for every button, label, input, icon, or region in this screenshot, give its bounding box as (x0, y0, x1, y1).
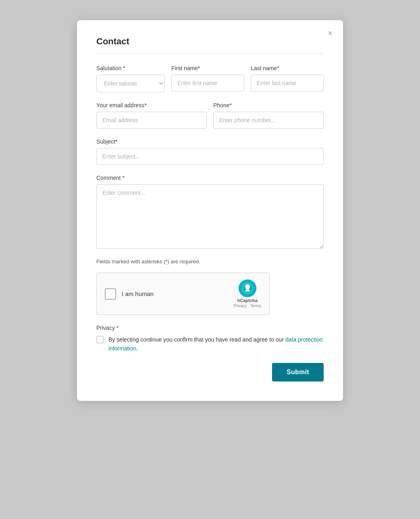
subject-label: Subject* (96, 138, 324, 145)
submit-row: Submit (96, 363, 324, 381)
privacy-label: Privacy * (96, 325, 324, 331)
contact-row: Your email address* Phone* (96, 102, 324, 129)
subject-group: Subject* (96, 138, 324, 165)
subject-input[interactable] (96, 148, 324, 165)
captcha-box: I am human hCaptcha Privacy · Terms (96, 273, 270, 315)
privacy-section: Privacy * By selecting continue you conf… (96, 325, 324, 353)
phone-input[interactable] (213, 112, 324, 129)
captcha-left: I am human (105, 288, 154, 300)
lastname-group: Last name* (251, 65, 324, 92)
captcha-checkbox[interactable] (105, 288, 116, 300)
required-note: Fields marked with asterisks (*) are req… (96, 258, 324, 265)
submit-button[interactable]: Submit (272, 363, 324, 381)
divider (96, 53, 324, 54)
comment-label: Comment * (96, 175, 324, 181)
comment-textarea[interactable] (96, 184, 324, 249)
name-row: Salutation * Enter salutati First name* … (96, 65, 324, 92)
firstname-group: First name* (171, 65, 244, 92)
privacy-text: By selecting continue you confirm that y… (108, 335, 324, 353)
lastname-label: Last name* (251, 65, 324, 71)
phone-group: Phone* (213, 102, 324, 129)
salutation-label: Salutation * (96, 65, 165, 71)
captcha-brand-label: hCaptcha (237, 298, 258, 303)
modal-overlay: × Contact Salutation * Enter salutati Fi… (0, 8, 420, 519)
firstname-input[interactable] (171, 75, 244, 92)
captcha-right: hCaptcha Privacy · Terms (234, 279, 261, 308)
firstname-label: First name* (171, 65, 244, 71)
captcha-label: I am human (122, 290, 154, 297)
salutation-select[interactable]: Enter salutati (96, 75, 165, 92)
privacy-checkbox[interactable] (96, 336, 104, 343)
phone-label: Phone* (213, 102, 324, 108)
hcaptcha-logo-icon (239, 279, 256, 297)
comment-row: Comment * (96, 175, 324, 249)
privacy-row: By selecting continue you confirm that y… (96, 335, 324, 353)
email-label: Your email address* (96, 102, 207, 108)
email-group: Your email address* (96, 102, 207, 129)
email-input[interactable] (96, 112, 207, 129)
comment-group: Comment * (96, 175, 324, 249)
contact-modal: × Contact Salutation * Enter salutati Fi… (77, 20, 343, 401)
close-button[interactable]: × (325, 27, 335, 39)
lastname-input[interactable] (251, 75, 324, 92)
captcha-links[interactable]: Privacy · Terms (234, 304, 261, 308)
privacy-text-after: . (136, 345, 138, 352)
modal-title: Contact (96, 36, 324, 47)
salutation-group: Salutation * Enter salutati (96, 65, 165, 92)
subject-row: Subject* (96, 138, 324, 165)
privacy-text-before: By selecting continue you confirm that y… (108, 336, 285, 343)
